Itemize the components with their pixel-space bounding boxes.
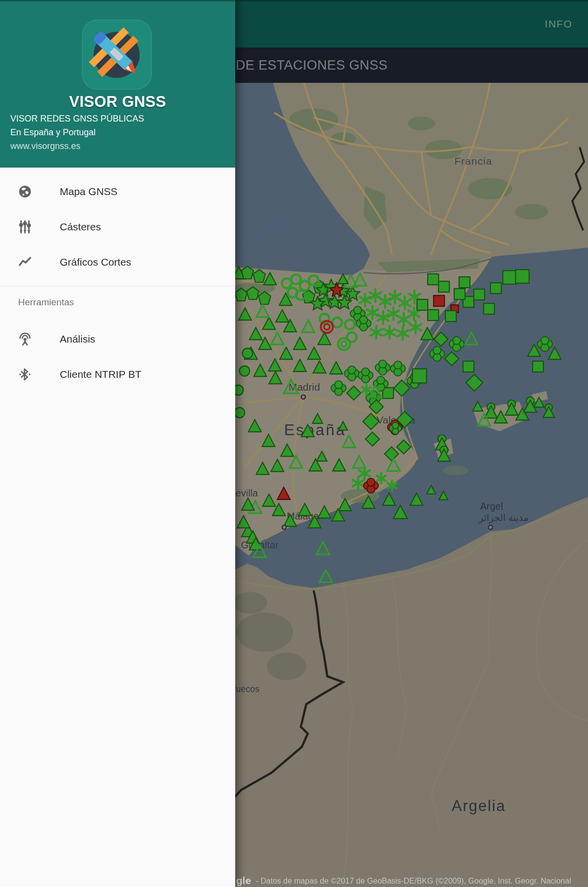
app-title: VISOR GNSS bbox=[0, 93, 235, 111]
sidebar-item-label: Mapa GNSS bbox=[60, 174, 118, 209]
equalizer-icon bbox=[18, 220, 32, 234]
station-marker[interactable] bbox=[474, 289, 485, 300]
globe-icon bbox=[18, 184, 32, 199]
bluetooth-icon bbox=[18, 367, 32, 382]
sidebar-item-label: Cliente NTRIP BT bbox=[60, 357, 142, 392]
drawer-website: www.visorgnss.es bbox=[10, 141, 80, 151]
drawer-divider bbox=[0, 286, 235, 286]
station-marker[interactable] bbox=[490, 283, 501, 294]
drawer-subtitle-1: VISOR REDES GNSS PÚBLICAS bbox=[10, 114, 144, 124]
line-chart-icon bbox=[18, 255, 32, 270]
station-marker[interactable] bbox=[434, 296, 444, 306]
drawer-section-header: Herramientas bbox=[18, 297, 74, 308]
google-logo-partial: gle bbox=[236, 875, 251, 886]
station-marker[interactable] bbox=[533, 361, 543, 372]
app-logo-icon bbox=[82, 20, 152, 90]
sidebar-item-analisis[interactable]: Análisis bbox=[0, 321, 235, 357]
app-window: { "topbar": { "info_label": "INFO" }, "t… bbox=[0, 0, 588, 887]
station-marker[interactable] bbox=[503, 271, 516, 284]
sidebar-item-label: Cásteres bbox=[60, 209, 101, 245]
map-place-label: Francia bbox=[454, 155, 492, 167]
map-place-label: Argel bbox=[480, 501, 503, 512]
station-marker[interactable] bbox=[454, 289, 465, 299]
station-marker[interactable] bbox=[445, 311, 456, 321]
city-dot bbox=[489, 525, 492, 529]
station-marker[interactable] bbox=[484, 303, 494, 314]
sidebar-item-label: Análisis bbox=[60, 321, 95, 357]
attribution-text: - Datos de mapas de ©2017 de GeoBasis-DE… bbox=[256, 877, 571, 885]
station-marker[interactable] bbox=[515, 270, 529, 283]
navigation-drawer: VISOR GNSS VISOR REDES GNSS PÚBLICAS En … bbox=[0, 0, 235, 887]
info-button[interactable]: INFO bbox=[545, 0, 572, 48]
station-marker[interactable] bbox=[428, 310, 439, 320]
station-marker[interactable] bbox=[463, 361, 474, 372]
drawer-header: VISOR GNSS VISOR REDES GNSS PÚBLICAS En … bbox=[0, 0, 235, 168]
city-dot bbox=[301, 395, 305, 399]
sidebar-item-casteres[interactable]: Cásteres bbox=[0, 209, 235, 245]
sidebar-item-label: Gráficos Cortes bbox=[60, 245, 131, 280]
antenna-icon bbox=[18, 332, 32, 346]
city-dot bbox=[282, 525, 286, 529]
station-marker[interactable] bbox=[235, 408, 245, 418]
sidebar-item-graficos-cortes[interactable]: Gráficos Cortes bbox=[0, 245, 235, 280]
map-attribution: gle - Datos de mapas de ©2017 de GeoBasi… bbox=[236, 875, 571, 886]
page-title: DE ESTACIONES GNSS bbox=[236, 48, 388, 83]
drawer-subtitle-2: En España y Portugal bbox=[10, 127, 96, 138]
map-place-label: مدينة الجزائر bbox=[478, 513, 529, 523]
station-marker[interactable] bbox=[459, 277, 470, 288]
map-place-label: Argelia bbox=[452, 797, 506, 814]
status-bar-tint bbox=[0, 0, 588, 1]
sidebar-item-mapa-gnss[interactable]: Mapa GNSS bbox=[0, 174, 235, 209]
station-marker[interactable] bbox=[439, 281, 449, 292]
station-marker[interactable] bbox=[413, 369, 427, 383]
sidebar-item-cliente-ntrip-bt[interactable]: Cliente NTRIP BT bbox=[0, 357, 235, 392]
station-marker[interactable] bbox=[428, 274, 439, 285]
station-marker[interactable] bbox=[243, 348, 253, 359]
station-marker[interactable] bbox=[417, 299, 428, 310]
station-marker[interactable] bbox=[240, 366, 250, 376]
